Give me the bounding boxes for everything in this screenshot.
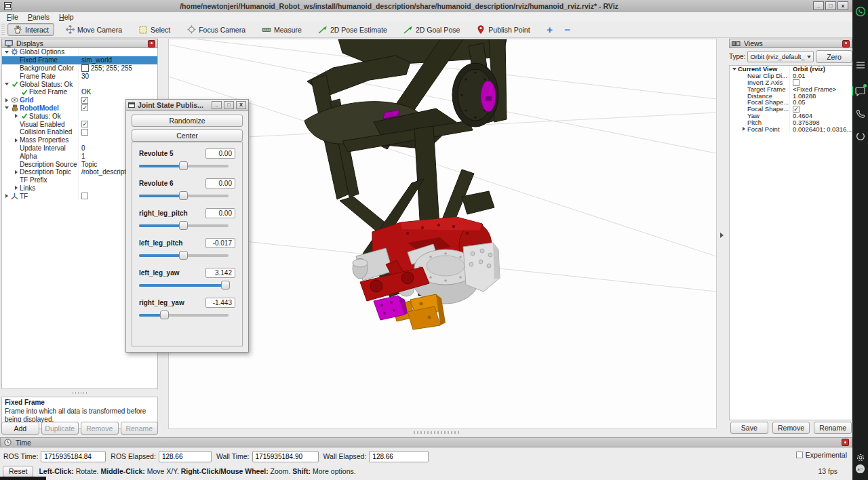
status-icon[interactable] [854, 130, 866, 142]
expand-down-icon[interactable] [5, 51, 9, 54]
expand-right-icon[interactable] [15, 114, 18, 118]
joint-value-field[interactable]: -0.017 [205, 238, 235, 248]
chats-icon[interactable] [854, 85, 866, 97]
tree-row[interactable]: Focal Point0.0026401; 0.0316... [730, 125, 852, 132]
remove-tool-button[interactable]: − [559, 23, 576, 36]
tool-measure[interactable]: Measure [256, 24, 307, 36]
joint-slider-track[interactable] [139, 314, 229, 317]
expand-down-icon[interactable] [5, 106, 9, 109]
add-tool-button[interactable]: + [541, 23, 559, 36]
rename-button[interactable]: Rename [814, 422, 852, 434]
reset-button[interactable]: Reset [3, 466, 33, 477]
profile-icon[interactable]: ACT [854, 463, 866, 475]
expand-right-icon[interactable] [5, 98, 8, 102]
close-icon[interactable] [842, 40, 850, 47]
dialog-titlebar[interactable]: Joint State Publis... _□X [126, 100, 248, 111]
time-field-input[interactable] [252, 451, 319, 462]
joint-value-field[interactable]: 0.00 [205, 148, 235, 159]
view-type-dropdown[interactable]: Orbit (rviz_default_ [747, 51, 814, 62]
slider-handle[interactable] [179, 221, 188, 230]
tool-2d-pose-estimate[interactable]: 2D Pose Estimate [313, 24, 393, 36]
menu-help[interactable]: Help [59, 13, 74, 21]
joint-slider-track[interactable] [139, 195, 229, 197]
slider-handle[interactable] [179, 161, 188, 170]
zero-button[interactable]: Zero [816, 50, 852, 63]
tool-select[interactable]: Select [133, 24, 176, 36]
settings-icon[interactable] [854, 452, 866, 463]
joint-slider-track[interactable] [139, 165, 229, 167]
joint-slider-track[interactable] [139, 254, 229, 257]
time-field-input[interactable] [159, 451, 212, 462]
tree-row[interactable]: Global Status: Ok [2, 80, 157, 88]
center-button[interactable]: Center [132, 129, 243, 142]
minimize-button[interactable]: _ [813, 1, 824, 10]
menu-icon[interactable] [854, 59, 866, 71]
joint-value-field[interactable]: 0.00 [205, 178, 235, 188]
displays-panel-titlebar[interactable]: Displays [1, 39, 158, 48]
viewport-splitter-handle[interactable] [414, 431, 461, 434]
toolbar-grip[interactable] [1, 24, 5, 36]
row-label: Fixed Frame [20, 56, 58, 64]
minimize-button[interactable]: _ [212, 101, 222, 109]
expand-right-icon[interactable] [15, 138, 18, 142]
expand-right-icon[interactable] [743, 127, 745, 131]
row-label: Background Color [20, 64, 74, 72]
tree-row[interactable]: Fixed FrameOK [2, 88, 157, 96]
randomize-button[interactable]: Randomize [132, 115, 243, 127]
expand-down-icon[interactable] [732, 68, 736, 71]
slider-handle[interactable] [160, 311, 169, 319]
viewport-canvas[interactable] [168, 39, 717, 429]
joint-value-field[interactable]: 0.00 [205, 208, 235, 218]
close-icon[interactable] [842, 439, 849, 446]
tree-row[interactable]: Global Options [2, 48, 157, 56]
splitter-handle[interactable] [73, 392, 87, 394]
displays-panel-title: Displays [16, 39, 43, 47]
expand-right-icon[interactable] [5, 194, 8, 198]
add-button[interactable]: Add [1, 422, 39, 435]
close-button[interactable]: x [837, 1, 848, 10]
tool-interact[interactable]: Interact [7, 23, 54, 36]
joint-value-field[interactable]: 3.142 [205, 268, 235, 278]
menu-file[interactable]: File [7, 13, 18, 21]
row-label: Alpha [20, 153, 37, 160]
experimental-checkbox[interactable] [796, 452, 803, 458]
joint-slider-track[interactable] [139, 284, 229, 287]
expand-right-icon[interactable] [15, 186, 18, 190]
whatsapp-icon[interactable] [854, 5, 866, 17]
tool-move-camera[interactable]: Move Camera [60, 23, 127, 36]
calls-icon[interactable] [854, 108, 866, 119]
close-button[interactable]: X [236, 101, 246, 109]
close-icon[interactable] [148, 40, 155, 47]
checkbox[interactable] [81, 129, 88, 136]
time-field-input[interactable] [369, 451, 429, 462]
views-panel-titlebar[interactable]: Views [729, 39, 852, 48]
slider-handle[interactable] [179, 251, 188, 260]
checkbox[interactable] [81, 104, 88, 111]
checkbox[interactable] [81, 193, 88, 199]
tree-row[interactable]: Frame Rate30 [2, 72, 157, 80]
row-label: Grid [20, 96, 34, 104]
remove-button[interactable]: Remove [772, 422, 810, 434]
title-bar[interactable]: /home/newtonjeri/Humanoid_Robot_ws/insta… [0, 0, 852, 13]
tree-row[interactable]: Background Color255; 255; 255 [2, 64, 157, 73]
tool-focus-camera[interactable]: Focus Camera [181, 23, 251, 36]
checkbox[interactable] [81, 97, 88, 104]
slider-handle[interactable] [221, 281, 230, 289]
menu-panels[interactable]: Panels [28, 13, 50, 21]
expand-down-icon[interactable] [5, 83, 9, 85]
tool-publish-point[interactable]: Publish Point [471, 23, 535, 36]
slider-fill [139, 254, 183, 257]
time-field-input[interactable] [41, 451, 106, 462]
expand-right-icon[interactable] [15, 170, 18, 174]
panel-collapse-arrow[interactable] [720, 233, 724, 238]
checkbox[interactable] [81, 121, 88, 127]
joint-value-field[interactable]: -1.443 [205, 298, 235, 308]
maximize-button[interactable]: □ [825, 1, 836, 10]
slider-handle[interactable] [179, 191, 188, 200]
save-button[interactable]: Save [730, 422, 768, 434]
time-panel-titlebar[interactable]: Time [0, 437, 852, 447]
joint-slider-track[interactable] [139, 224, 229, 227]
maximize-button[interactable]: □ [224, 101, 234, 109]
tool-2d-goal-pose[interactable]: 2D Goal Pose [398, 24, 465, 36]
tree-row[interactable]: Fixed Framesim_world [2, 56, 157, 64]
